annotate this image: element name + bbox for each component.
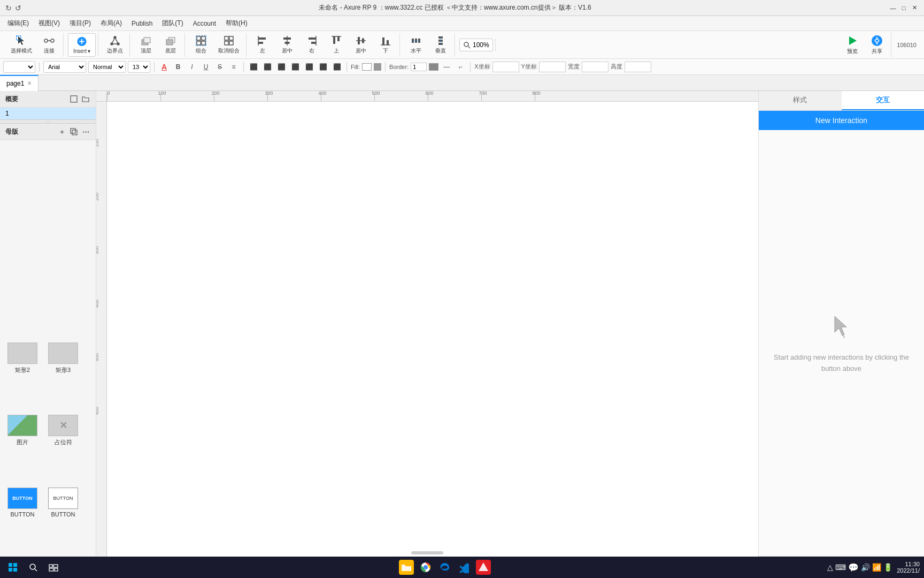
component-placeholder[interactable]: ✕ 占位符 (45, 413, 81, 481)
masters-header[interactable]: 母版 + ⋯ (0, 124, 96, 140)
overview-actions (69, 94, 90, 104)
close-btn[interactable]: ✕ (910, 4, 919, 12)
font-size-select[interactable]: 13 (128, 61, 150, 73)
valign-middle-btn[interactable]: ⬛ (317, 61, 329, 73)
new-interaction-button[interactable]: New Interaction (759, 111, 924, 130)
minimize-btn[interactable]: — (889, 4, 897, 12)
search-taskbar-btn[interactable] (25, 559, 42, 576)
valign-top-btn[interactable]: ⬛ (303, 61, 315, 73)
page-tab-page1[interactable]: page1 ✕ (0, 75, 38, 91)
close-tab-btn[interactable]: ✕ (27, 80, 32, 86)
task-view-btn[interactable] (45, 559, 62, 576)
system-clock[interactable]: 11:30 2022/11/ (897, 561, 920, 574)
connect-btn[interactable]: 连接 (37, 33, 61, 57)
border-corners-btn[interactable]: ⌐ (455, 61, 466, 73)
menu-publish[interactable]: Publish (127, 18, 157, 29)
tray-keyboard-icon[interactable]: ⌨ (835, 563, 846, 572)
new-page-btn[interactable] (69, 94, 79, 104)
border-width-input[interactable] (411, 63, 427, 71)
tab-style[interactable]: 样式 (759, 91, 842, 110)
menu-layout[interactable]: 布局(A) (96, 17, 126, 30)
component-button-blue[interactable]: BUTTON BUTTON (4, 485, 41, 552)
font-family-select[interactable]: Arial (43, 61, 86, 73)
add-master-btn[interactable]: + (57, 127, 67, 136)
new-folder-btn[interactable] (81, 94, 90, 104)
y-coord-input[interactable] (539, 62, 566, 72)
top-layer-btn[interactable]: 顶层 (134, 33, 158, 57)
tray-up-arrow-icon[interactable]: △ (827, 563, 833, 572)
align-bottom-btn[interactable]: 下 (374, 33, 397, 57)
horizontal-scrollbar[interactable] (411, 551, 443, 554)
fill-color-black[interactable] (374, 63, 381, 71)
align-left-btn[interactable]: 左 (251, 33, 274, 57)
tab-interact[interactable]: 交互 (842, 91, 925, 110)
menu-team[interactable]: 团队(T) (158, 17, 187, 30)
underline-btn[interactable]: U (200, 61, 212, 73)
border-style-btn[interactable]: — (441, 61, 452, 73)
tab-back-btn[interactable]: ↻ (5, 4, 12, 12)
menu-account[interactable]: Account (189, 18, 220, 29)
tab-navigation[interactable]: ↻ ↺ (5, 4, 21, 12)
bold-btn[interactable]: B (172, 61, 184, 73)
align-right-btn[interactable]: 右 (300, 33, 324, 57)
align-right-text-btn[interactable]: ⬛ (275, 61, 287, 73)
align-justify-text-btn[interactable]: ⬛ (289, 61, 301, 73)
taskbar-file-explorer[interactable] (399, 560, 414, 575)
distribute-v-btn[interactable]: 垂直 (429, 33, 452, 57)
menu-project[interactable]: 项目(P) (65, 17, 95, 30)
align-center-text-btn[interactable]: ⬛ (261, 61, 273, 73)
component-rect3[interactable]: 矩形3 (45, 340, 81, 409)
more-master-btn[interactable]: ⋯ (81, 127, 90, 136)
select-mode-btn[interactable]: 选择模式 (6, 33, 36, 57)
tray-volume-icon[interactable]: 🔊 (861, 563, 870, 572)
width-input[interactable] (582, 62, 609, 72)
distribute-h-btn[interactable]: 水平 (404, 33, 428, 57)
strikethrough-btn[interactable]: S (214, 61, 226, 73)
taskbar-axure[interactable] (476, 560, 491, 575)
menu-view[interactable]: 视图(V) (34, 17, 64, 30)
border-color-box[interactable] (429, 63, 438, 71)
tray-battery-icon[interactable]: 🔋 (883, 563, 892, 572)
tab-forward-btn[interactable]: ↺ (15, 4, 21, 12)
x-coord-input[interactable] (492, 62, 519, 72)
height-input[interactable] (625, 62, 651, 72)
menu-help[interactable]: 帮助(H) (221, 17, 252, 30)
ungroup-btn[interactable]: 取消组合 (214, 33, 244, 57)
design-canvas[interactable] (107, 102, 758, 557)
component-image[interactable]: 图片 (4, 413, 41, 481)
vertices-btn[interactable]: 边界点 (103, 33, 127, 57)
text-color-btn[interactable]: A (158, 61, 170, 73)
insert-btn[interactable]: Insert ▾ (68, 33, 96, 57)
align-top-btn[interactable]: 上 (325, 33, 348, 57)
fill-color-white[interactable] (362, 63, 372, 71)
preview-btn[interactable]: 预览 (841, 32, 864, 57)
font-style-select[interactable]: Normal (88, 61, 126, 73)
start-btn[interactable] (4, 559, 21, 576)
component-rect2[interactable]: 矩形2 (4, 340, 41, 409)
group-btn[interactable]: 组合 (189, 33, 213, 57)
tray-network-icon[interactable]: 📶 (872, 563, 881, 572)
taskbar-chrome[interactable] (418, 560, 433, 575)
edit-master-btn[interactable] (69, 127, 79, 136)
bullet-btn[interactable]: ≡ (228, 61, 240, 73)
component-button-outline[interactable]: BUTTON BUTTON (45, 485, 81, 552)
maximize-btn[interactable]: □ (899, 4, 908, 12)
resize-handle-overview[interactable]: ⋯ (0, 119, 96, 124)
taskbar-edge[interactable] (437, 560, 452, 575)
align-center-h-btn[interactable]: 居中 (275, 33, 299, 57)
overview-item-page1[interactable]: 1 (0, 108, 96, 119)
overview-header[interactable]: 概要 (0, 91, 96, 108)
align-left-text-btn[interactable]: ⬛ (248, 61, 259, 73)
align-middle-v-btn[interactable]: 居中 (349, 33, 373, 57)
canvas-container[interactable]: 0 100 200 300 400 500 600 (96, 91, 758, 557)
italic-btn[interactable]: I (186, 61, 198, 73)
element-type-select[interactable] (3, 61, 35, 73)
window-controls[interactable]: — □ ✕ (889, 4, 919, 12)
tray-wechat-icon[interactable]: 💬 (848, 562, 859, 573)
valign-bottom-btn[interactable]: ⬛ (331, 61, 343, 73)
zoom-control[interactable]: 100% (459, 39, 493, 51)
taskbar-vscode[interactable] (457, 560, 472, 575)
bottom-layer-btn[interactable]: 底层 (159, 33, 182, 57)
share-btn[interactable]: 共享 (865, 32, 889, 57)
menu-edit[interactable]: 编辑(E) (3, 17, 33, 30)
